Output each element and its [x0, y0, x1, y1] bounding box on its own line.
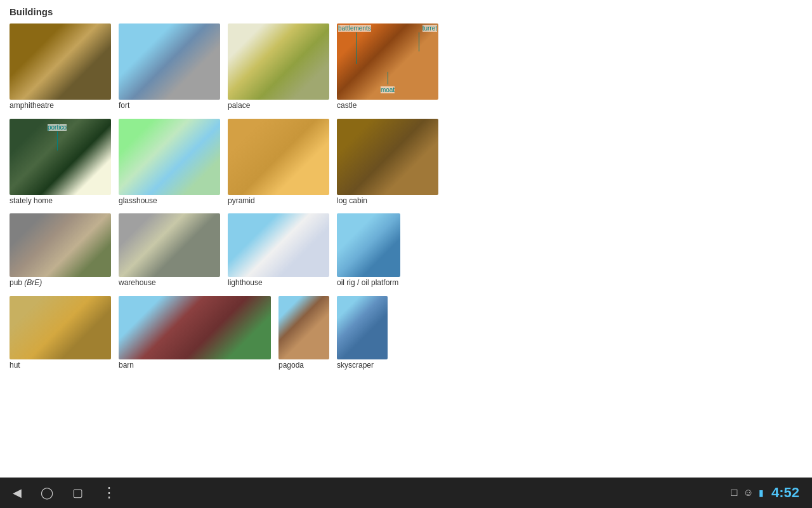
building-item-lighthouse[interactable]: lighthouse — [228, 213, 329, 288]
annotation-portico: portico — [48, 124, 67, 131]
annotation-battlements: battlements — [338, 25, 371, 32]
building-label-palace: palace — [228, 101, 329, 111]
battery-icon: ☐ — [730, 488, 738, 498]
building-label-castle: castle — [337, 101, 438, 111]
building-item-palace[interactable]: palace — [228, 23, 329, 111]
building-item-amphitheatre[interactable]: amphitheatre — [10, 23, 111, 111]
building-label-glasshouse: glasshouse — [119, 196, 220, 206]
smiley-icon: ☺ — [743, 487, 754, 498]
main-content: Buildings amphitheatre fort palace — [0, 0, 812, 478]
home-button[interactable]: ◯ — [41, 486, 53, 500]
building-label-logcabin: log cabin — [337, 196, 438, 206]
building-label-oilrig: oil rig / oil platform — [337, 278, 400, 288]
building-item-hut[interactable]: hut — [10, 296, 111, 371]
recents-button[interactable]: ▢ — [72, 486, 83, 500]
building-item-castle[interactable]: battlements turret moat castle — [337, 23, 438, 111]
building-item-logcabin[interactable]: log cabin — [337, 119, 438, 206]
building-label-amphitheatre: amphitheatre — [10, 101, 111, 111]
building-label-hut: hut — [10, 361, 111, 371]
building-item-skyscraper[interactable]: skyscraper — [337, 296, 388, 371]
portico-line — [57, 131, 58, 150]
building-label-fort: fort — [119, 101, 220, 111]
time-display: 4:52 — [771, 485, 799, 501]
building-label-pagoda: pagoda — [278, 361, 329, 371]
page-title: Buildings — [10, 6, 802, 17]
back-button[interactable]: ◀ — [13, 486, 22, 500]
annotation-moat: moat — [381, 86, 395, 93]
building-item-glasshouse[interactable]: glasshouse — [119, 119, 220, 206]
building-label-pub: pub (BrE) — [10, 278, 111, 288]
status-bar: ◀ ◯ ▢ ⋮ ☐ ☺ ▮ 4:52 — [0, 478, 812, 508]
building-item-barn[interactable]: barn — [119, 296, 271, 371]
moat-line — [388, 72, 388, 84]
building-label-barn: barn — [119, 361, 271, 371]
menu-button[interactable]: ⋮ — [102, 485, 116, 501]
battlements-line — [356, 32, 357, 64]
building-label-skyscraper: skyscraper — [337, 361, 388, 371]
building-label-lighthouse: lighthouse — [228, 278, 329, 288]
building-item-pagoda[interactable]: pagoda — [278, 296, 329, 371]
building-label-pyramid: pyramid — [228, 196, 329, 206]
battery-full-icon: ▮ — [759, 488, 764, 498]
turret-line — [419, 32, 419, 51]
building-item-oilrig[interactable]: oil rig / oil platform — [337, 213, 400, 288]
building-item-stately[interactable]: portico stately home — [10, 119, 111, 206]
building-item-warehouse[interactable]: warehouse — [119, 213, 220, 288]
building-item-pyramid[interactable]: pyramid — [228, 119, 329, 206]
building-item-pub[interactable]: pub (BrE) — [10, 213, 111, 288]
status-right: ☐ ☺ ▮ 4:52 — [730, 485, 799, 501]
building-label-stately: stately home — [10, 196, 111, 206]
building-label-warehouse: warehouse — [119, 278, 220, 288]
status-icons: ☐ ☺ ▮ — [730, 487, 764, 498]
building-item-fort[interactable]: fort — [119, 23, 220, 111]
nav-buttons[interactable]: ◀ ◯ ▢ ⋮ — [13, 485, 116, 501]
annotation-turret: turret — [422, 25, 437, 32]
